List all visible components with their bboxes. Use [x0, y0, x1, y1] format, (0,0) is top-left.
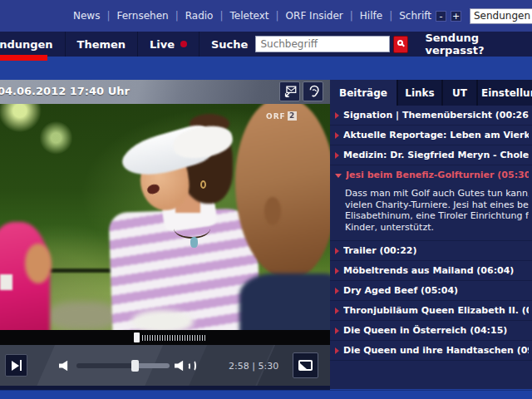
nav-item-live-label: Live: [150, 38, 175, 51]
seek-buffer-indicator: [142, 335, 206, 341]
tab-beitraege[interactable]: Beiträge: [330, 80, 397, 106]
nav-item-sendungen[interactable]: Sendungen: [0, 32, 65, 57]
sendungen-quickselect-input[interactable]: [470, 8, 532, 24]
chevron-right-icon: [335, 308, 339, 314]
scene-woman-pendant: [190, 237, 198, 248]
segment-label: Thronjubiläum Queen Elizabeth II. (04: [343, 305, 529, 316]
description-line: Dass man mit Golf auch Gutes tun kann, b…: [345, 188, 529, 200]
envelope-share-icon: [283, 84, 298, 99]
description-line: Elisabethinum, eine Tiroler Einrichtung …: [345, 210, 529, 222]
skip-next-icon: [12, 361, 19, 371]
live-indicator-dot-icon: [180, 41, 187, 47]
segment-item[interactable]: Die Queen und ihre Handtaschen (09:5: [330, 341, 532, 361]
skip-next-icon-bar: [20, 360, 22, 371]
toplink-news[interactable]: News: [73, 10, 100, 22]
channel-watermark: ORF 2: [266, 111, 297, 121]
scene-person-left-arm: [25, 244, 52, 283]
sidebar-tabs: Beiträge Links UT Einstellungen: [330, 80, 532, 106]
segment-item[interactable]: Trailer (00:22): [330, 241, 532, 261]
chevron-right-icon: [335, 132, 339, 139]
chevron-right-icon: [335, 248, 339, 254]
segment-label: Trailer (00:22): [343, 245, 416, 256]
audio-description-button[interactable]: [303, 81, 323, 101]
segment-item[interactable]: Thronjubiläum Queen Elizabeth II. (04: [330, 301, 532, 321]
ear-icon: [306, 84, 321, 99]
toplink-orf-insider[interactable]: ORF Insider: [286, 10, 343, 22]
volume-handle[interactable]: [131, 360, 139, 372]
watermark-orf-text: ORF: [266, 112, 286, 121]
toplink-hilfe[interactable]: Hilfe: [360, 10, 382, 22]
active-nav-underline: [0, 55, 47, 61]
segment-item-active[interactable]: Jesi beim Benefiz-Golfturnier (05:30): [330, 165, 532, 185]
speaker-waves-icon: [175, 360, 196, 372]
scene-woman-necklace: [174, 219, 210, 239]
share-button[interactable]: [279, 81, 300, 101]
magnifier-icon: [397, 40, 403, 46]
current-time: 2:58: [229, 361, 249, 372]
page-bottom-strip: [0, 390, 532, 399]
sendung-verpasst-link[interactable]: Sendung verpasst?: [425, 32, 532, 57]
nav-divider: [199, 32, 200, 57]
segment-item[interactable]: Dry Aged Beef (05:04): [330, 281, 532, 301]
segment-item[interactable]: Aktuelle Reportage: Leben am Vierkant: [330, 126, 532, 145]
description-line: Kinder, unterstützt.: [345, 222, 529, 234]
scene-woman-glove: [131, 310, 194, 330]
font-size-decrease-button[interactable]: -: [436, 11, 446, 22]
toplink-separator: |: [350, 10, 353, 22]
search-label: Suche: [211, 38, 248, 51]
segment-item[interactable]: Signation | Themenübersicht (00:26): [330, 106, 532, 126]
segment-label: Dry Aged Beef (05:04): [343, 285, 458, 296]
total-duration: 5:30: [258, 361, 278, 372]
schrift-label: Schrift: [399, 10, 431, 22]
toplink-radio[interactable]: Radio: [185, 10, 214, 22]
scene-person-left-badge: [0, 274, 12, 290]
main-navbar: Sendungen Themen Live Suche Sendung verp…: [0, 32, 532, 57]
time-display: 2:58 | 5:30: [229, 361, 278, 372]
segment-label: Die Queen und ihre Handtaschen (09:5: [343, 345, 529, 356]
nav-item-live[interactable]: Live: [138, 32, 199, 57]
segment-label: Aktuelle Reportage: Leben am Vierkant: [343, 130, 529, 140]
toplink-separator: |: [175, 10, 179, 22]
volume-slider[interactable]: [76, 363, 170, 368]
tab-links[interactable]: Links: [398, 80, 441, 106]
toplink-separator: |: [389, 10, 392, 22]
orf-tvthek-page: News | Fernsehen | Radio | Teletext | OR…: [0, 0, 532, 399]
segment-item[interactable]: Möbeltrends aus Mailand (06:04): [330, 261, 532, 281]
nav-item-themen[interactable]: Themen: [66, 32, 138, 57]
segment-label: Medizin: Dr. Siegfried Meryn - Cholester…: [343, 150, 529, 160]
chevron-right-icon: [335, 152, 339, 159]
scene-path: [48, 302, 119, 330]
font-size-increase-button[interactable]: +: [451, 11, 461, 22]
watermark-channel-number: 2: [288, 111, 297, 121]
toplink-teletext[interactable]: Teletext: [229, 10, 268, 22]
search-button[interactable]: [393, 36, 408, 53]
chevron-right-icon: [335, 288, 339, 294]
segments-sidebar: Beiträge Links UT Einstellungen Signatio…: [330, 80, 532, 389]
tab-ut[interactable]: UT: [443, 80, 476, 106]
top-utility-bar: News | Fernsehen | Radio | Teletext | OR…: [0, 0, 532, 32]
chevron-right-icon: [335, 268, 339, 274]
search-input[interactable]: [255, 36, 390, 52]
chevron-right-icon: [335, 347, 339, 354]
video-frame[interactable]: ORF 2: [0, 104, 330, 330]
seek-handle[interactable]: [134, 332, 140, 342]
fullscreen-icon: [298, 360, 313, 371]
broadcast-datetime: 04.06.2012 17:40 Uhr: [0, 85, 130, 97]
sound-wave-large: [190, 360, 196, 372]
segment-item[interactable]: Die Queen in Österreich (04:15): [330, 321, 532, 341]
volume-fill: [135, 363, 170, 368]
toplink-separator: |: [106, 10, 110, 22]
toplink-fernsehen[interactable]: Fernsehen: [116, 10, 168, 22]
segment-item[interactable]: Medizin: Dr. Siegfried Meryn - Cholester…: [330, 145, 532, 165]
seek-bar[interactable]: [0, 330, 330, 345]
speaker-cone: [175, 360, 185, 372]
segment-description: Dass man mit Golf auch Gutes tun kann, b…: [330, 185, 532, 241]
skip-next-button[interactable]: [5, 354, 27, 377]
tab-einstellungen[interactable]: Einstellungen: [478, 80, 532, 106]
fullscreen-button[interactable]: [293, 352, 318, 378]
chevron-right-icon: [335, 112, 339, 119]
player-control-bar: 2:58 | 5:30: [0, 345, 330, 387]
scene-man-ear: [264, 197, 281, 225]
chevron-right-icon: [335, 328, 339, 334]
description-line: vielen Charity-Turniere. Jesi hat eines …: [345, 200, 529, 211]
